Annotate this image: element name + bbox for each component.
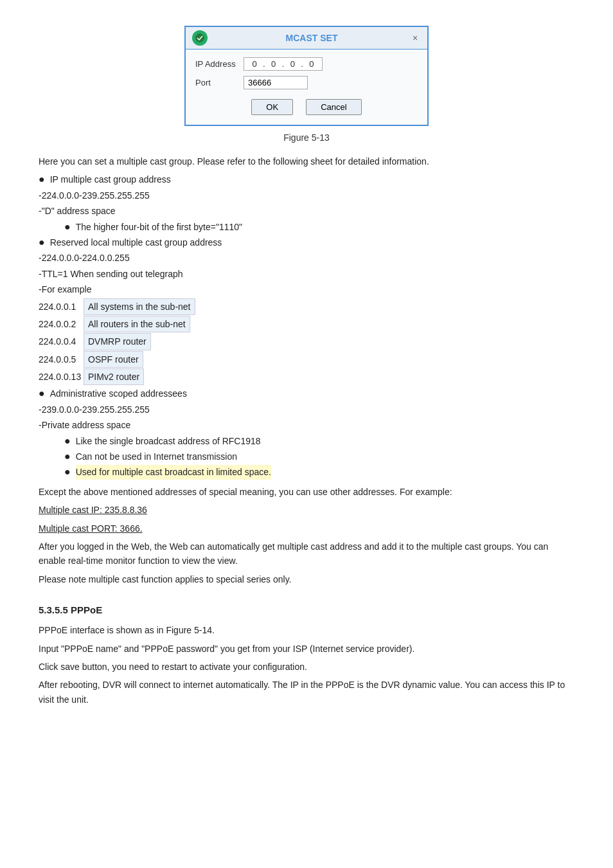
ip-label: IP Address — [195, 59, 244, 69]
port-row: Port — [195, 76, 418, 89]
ttl-text: -TTL=1 When sending out telegraph — [39, 267, 574, 281]
dialog-body: IP Address . . . Port OK Cancel — [186, 50, 427, 125]
main-content: Here you can set a multiple cast group. … — [39, 154, 574, 707]
higher-four-bit-label: The higher four-bit of the first byte="1… — [76, 220, 242, 234]
pppoe-after: After rebooting, DVR will connect to int… — [39, 678, 574, 707]
svg-point-0 — [196, 34, 204, 42]
table-ip-1: 224.0.0.1 — [39, 300, 84, 314]
sub-bullet-dot-1: ● — [64, 434, 71, 448]
mcast-dialog: MCAST SET × IP Address . . . Port — [184, 26, 429, 126]
after-logged-text: After you logged in the Web, the Web can… — [39, 539, 574, 568]
ip-multiple-cast-label: IP multiple cast group address — [50, 172, 171, 186]
dialog-buttons: OK Cancel — [195, 99, 418, 115]
multiple-cast-ip: Multiple cast IP: 235.8.8.36 — [39, 503, 574, 517]
figure-caption: Figure 5-13 — [39, 132, 574, 143]
ip-field-4[interactable] — [305, 59, 319, 69]
sub-bullet-label-2: Can not be used in Internet transmission — [76, 449, 237, 464]
sub-bullet-3: ● Used for multiple cast broadcast in li… — [64, 465, 574, 479]
ip-range-2: -224.0.0.0-224.0.0.255 — [39, 251, 574, 265]
dialog-icon — [192, 30, 208, 46]
bullet-higher-four-bit: ● The higher four-bit of the first byte=… — [64, 220, 574, 234]
ip-dot-3: . — [301, 59, 303, 69]
ip-range-1: -224.0.0.0-239.255.255.255 — [39, 188, 574, 203]
ip-range-3: -239.0.0.0-239.255.255.255 — [39, 402, 574, 417]
pppoe-intro: PPPoE interface is shown as in Figure 5-… — [39, 623, 574, 637]
sub-bullet-label-1: Like the single broadcast address of RFC… — [76, 434, 261, 448]
close-button[interactable]: × — [409, 32, 421, 44]
table-row-5: 224.0.0.13 PIMv2 router — [39, 368, 574, 385]
table-ip-5: 224.0.0.13 — [39, 370, 84, 384]
admin-scoped-label: Administrative scoped addressees — [50, 386, 187, 401]
ip-fields[interactable]: . . . — [244, 57, 323, 71]
pppoe-input: Input "PPPoE name" and "PPPoE password" … — [39, 642, 574, 656]
sub-bullet-label-3: Used for multiple cast broadcast in limi… — [76, 465, 271, 479]
port-label: Port — [195, 78, 244, 87]
sub-bullet-dot-2: ● — [64, 449, 71, 464]
ip-field-2[interactable] — [267, 59, 281, 69]
table-desc-2: All routers in the sub-net — [84, 316, 190, 332]
dialog-container: MCAST SET × IP Address . . . Port — [39, 26, 574, 126]
dialog-title-bar: MCAST SET × — [186, 27, 427, 50]
table-row-4: 224.0.0.5 OSPF router — [39, 351, 574, 368]
bullet-dot-2: ● — [39, 235, 45, 249]
private-addr-text: -Private address space — [39, 418, 574, 432]
table-desc-5: PIMv2 router — [84, 368, 144, 385]
multiple-cast-port: Multiple cast PORT: 3666. — [39, 521, 574, 536]
section-heading: 5.3.5.5 PPPoE — [39, 602, 574, 618]
inner-bullet-dot: ● — [64, 220, 71, 234]
table-desc-1: All systems in the sub-net — [84, 298, 195, 315]
table-desc-3: DVMRP router — [84, 333, 151, 350]
ip-dot-2: . — [282, 59, 285, 69]
bullet-ip-multiple-cast: ● IP multiple cast group address — [39, 172, 574, 186]
for-example-text: -For example — [39, 282, 574, 296]
table-ip-3: 224.0.0.4 — [39, 334, 84, 348]
except-text: Except the above mentioned addresses of … — [39, 485, 574, 499]
sub-bullet-1: ● Like the single broadcast address of R… — [64, 434, 574, 448]
bullet-admin-scoped: ● Administrative scoped addressees — [39, 386, 574, 401]
pppoe-click: Click save button, you need to restart t… — [39, 660, 574, 674]
sub-bullet-dot-3: ● — [64, 465, 71, 479]
ip-dot-1: . — [263, 59, 265, 69]
bullet-reserved-local: ● Reserved local multiple cast group add… — [39, 235, 574, 249]
cancel-button[interactable]: Cancel — [306, 99, 361, 115]
ip-address-row: IP Address . . . — [195, 57, 418, 71]
table-row-3: 224.0.0.4 DVMRP router — [39, 333, 574, 350]
ip-field-3[interactable] — [285, 59, 299, 69]
table-ip-4: 224.0.0.5 — [39, 352, 84, 366]
dialog-title: MCAST SET — [214, 33, 409, 43]
reserved-local-label: Reserved local multiple cast group addre… — [50, 235, 222, 249]
ip-field-1[interactable] — [247, 59, 262, 69]
sub-bullet-2: ● Can not be used in Internet transmissi… — [64, 449, 574, 464]
please-note-text: Please note multiple cast function appli… — [39, 572, 574, 586]
d-address-space: -"D" address space — [39, 204, 574, 218]
table-desc-4: OSPF router — [84, 351, 143, 368]
table-ip-2: 224.0.0.2 — [39, 317, 84, 331]
ok-button[interactable]: OK — [251, 99, 293, 115]
bullet-dot: ● — [39, 172, 45, 186]
table-row-1: 224.0.0.1 All systems in the sub-net — [39, 298, 574, 315]
bullet-dot-3: ● — [39, 386, 45, 401]
table-row-2: 224.0.0.2 All routers in the sub-net — [39, 316, 574, 332]
intro-text: Here you can set a multiple cast group. … — [39, 154, 574, 168]
port-input[interactable] — [244, 76, 308, 89]
